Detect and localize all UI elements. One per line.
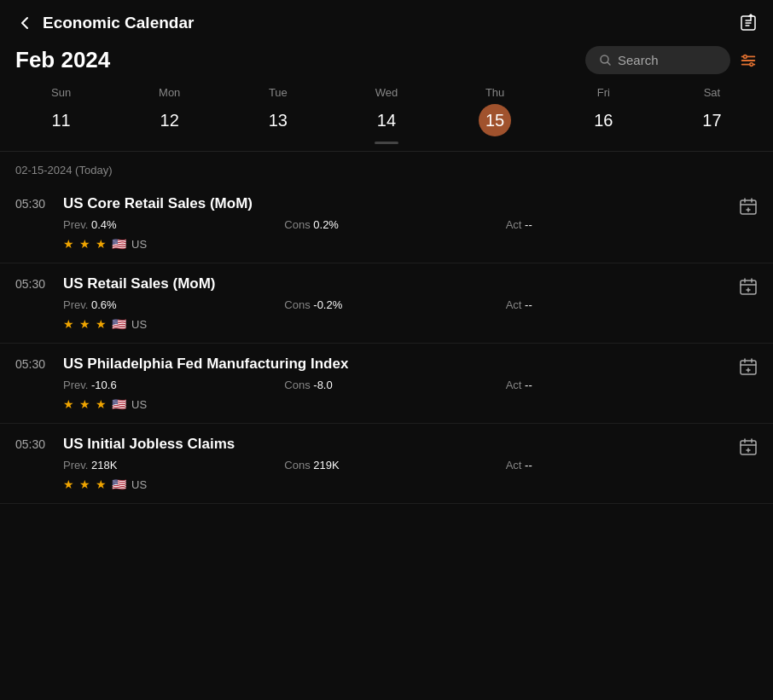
header: Economic Calendar bbox=[0, 0, 773, 43]
month-row: Feb 2024 Search bbox=[0, 43, 773, 83]
event-content: US Initial Jobless ClaimsPrev. 218KCons … bbox=[63, 436, 727, 491]
event-item[interactable]: 05:30US Initial Jobless ClaimsPrev. 218K… bbox=[0, 424, 773, 504]
day-name: Fri bbox=[597, 86, 610, 99]
back-icon bbox=[15, 14, 34, 32]
calendar-day[interactable]: Sat17 bbox=[658, 83, 766, 151]
calendar-add-icon bbox=[739, 357, 758, 376]
search-bar[interactable]: Search bbox=[585, 46, 730, 74]
day-name: Thu bbox=[485, 86, 504, 99]
day-num[interactable]: 13 bbox=[262, 104, 294, 136]
filter-button[interactable] bbox=[739, 51, 758, 70]
events-container: 05:30US Core Retail Sales (MoM)Prev. 0.4… bbox=[0, 183, 773, 504]
add-to-calendar-button[interactable] bbox=[739, 436, 758, 456]
day-name: Tue bbox=[269, 86, 288, 99]
star-icon: ★ bbox=[96, 397, 107, 411]
calendar-day[interactable]: Tue13 bbox=[224, 83, 332, 151]
event-title: US Core Retail Sales (MoM) bbox=[63, 195, 727, 212]
calendar-day[interactable]: Thu15 bbox=[441, 83, 549, 151]
day-num[interactable]: 14 bbox=[370, 104, 403, 136]
add-to-calendar-button[interactable] bbox=[739, 356, 758, 376]
month-label: Feb 2024 bbox=[15, 47, 110, 73]
svg-point-5 bbox=[744, 55, 747, 58]
event-cons: Cons -8.0 bbox=[284, 379, 505, 391]
star-icon: ★ bbox=[79, 317, 90, 331]
event-time: 05:30 bbox=[15, 436, 51, 451]
page-title: Economic Calendar bbox=[43, 14, 194, 32]
event-item[interactable]: 05:30US Core Retail Sales (MoM)Prev. 0.4… bbox=[0, 183, 773, 263]
event-stats: Prev. 218KCons 219KAct -- bbox=[63, 459, 727, 471]
event-meta: ★★★🇺🇸US bbox=[63, 477, 727, 491]
event-title: US Initial Jobless Claims bbox=[63, 436, 727, 453]
event-cons: Cons -0.2% bbox=[284, 298, 505, 311]
day-num[interactable]: 16 bbox=[587, 104, 619, 136]
event-title: US Retail Sales (MoM) bbox=[63, 275, 727, 292]
event-cons: Cons 0.2% bbox=[284, 218, 505, 231]
event-meta: ★★★🇺🇸US bbox=[63, 317, 727, 331]
share-button[interactable] bbox=[739, 14, 758, 32]
event-time: 05:30 bbox=[15, 195, 51, 211]
event-act: Act -- bbox=[506, 298, 727, 311]
calendar-add-icon bbox=[739, 277, 758, 296]
event-meta: ★★★🇺🇸US bbox=[63, 397, 727, 411]
event-act: Act -- bbox=[506, 218, 727, 231]
star-icon: ★ bbox=[63, 477, 74, 491]
star-icon: ★ bbox=[96, 237, 107, 251]
country-label: US bbox=[131, 478, 147, 491]
calendar-day[interactable]: Sun11 bbox=[7, 83, 115, 151]
event-prev: Prev. 0.4% bbox=[63, 218, 284, 231]
event-stats: Prev. 0.4%Cons 0.2%Act -- bbox=[63, 218, 727, 231]
day-num[interactable]: 11 bbox=[45, 104, 78, 136]
star-icon: ★ bbox=[79, 397, 90, 411]
event-stats: Prev. 0.6%Cons -0.2%Act -- bbox=[63, 298, 727, 311]
star-icon: ★ bbox=[63, 317, 74, 331]
filter-icon bbox=[739, 51, 758, 70]
country-flag: 🇺🇸 bbox=[112, 317, 126, 331]
country-flag: 🇺🇸 bbox=[112, 477, 126, 491]
star-icon: ★ bbox=[63, 237, 74, 251]
event-act: Act -- bbox=[506, 459, 727, 471]
day-name: Sun bbox=[51, 86, 71, 99]
star-icon: ★ bbox=[63, 397, 74, 411]
today-label: 02-15-2024 (Today) bbox=[0, 152, 773, 183]
add-to-calendar-button[interactable] bbox=[739, 275, 758, 296]
calendar-day[interactable]: Wed14 bbox=[332, 83, 440, 151]
star-icon: ★ bbox=[96, 477, 107, 491]
search-icon bbox=[599, 54, 612, 67]
event-time: 05:30 bbox=[15, 356, 51, 371]
event-stats: Prev. -10.6Cons -8.0Act -- bbox=[63, 379, 727, 391]
svg-point-6 bbox=[750, 62, 753, 66]
event-prev: Prev. 218K bbox=[63, 459, 284, 471]
event-meta: ★★★🇺🇸US bbox=[63, 237, 727, 251]
event-item[interactable]: 05:30US Philadelphia Fed Manufacturing I… bbox=[0, 344, 773, 424]
event-cons: Cons 219K bbox=[284, 459, 505, 471]
event-item[interactable]: 05:30US Retail Sales (MoM)Prev. 0.6%Cons… bbox=[0, 263, 773, 344]
add-to-calendar-button[interactable] bbox=[739, 195, 758, 216]
day-num-today[interactable]: 15 bbox=[479, 104, 511, 136]
calendar-day[interactable]: Fri16 bbox=[549, 83, 658, 151]
calendar-day[interactable]: Mon12 bbox=[115, 83, 224, 151]
country-flag: 🇺🇸 bbox=[112, 237, 126, 251]
calendar-add-icon bbox=[739, 197, 758, 216]
event-act: Act -- bbox=[506, 379, 727, 391]
country-label: US bbox=[131, 318, 147, 331]
event-time: 05:30 bbox=[15, 275, 51, 291]
month-controls: Search bbox=[585, 46, 758, 74]
day-name: Sat bbox=[704, 86, 721, 99]
country-flag: 🇺🇸 bbox=[112, 397, 126, 411]
day-name: Mon bbox=[159, 86, 180, 99]
event-title: US Philadelphia Fed Manufacturing Index bbox=[63, 356, 727, 373]
day-num[interactable]: 17 bbox=[695, 104, 728, 136]
star-icon: ★ bbox=[96, 317, 107, 331]
star-icon: ★ bbox=[79, 237, 90, 251]
back-button[interactable] bbox=[15, 14, 34, 32]
day-num[interactable]: 12 bbox=[154, 104, 186, 136]
event-prev: Prev. -10.6 bbox=[63, 379, 284, 391]
search-placeholder: Search bbox=[618, 53, 659, 67]
country-label: US bbox=[131, 398, 147, 411]
day-name: Wed bbox=[375, 86, 398, 99]
event-content: US Retail Sales (MoM)Prev. 0.6%Cons -0.2… bbox=[63, 275, 727, 331]
event-content: US Core Retail Sales (MoM)Prev. 0.4%Cons… bbox=[63, 195, 727, 251]
calendar-row: Sun11Mon12Tue13Wed14Thu15Fri16Sat17 bbox=[0, 83, 773, 151]
share-icon bbox=[739, 14, 758, 32]
star-icon: ★ bbox=[79, 477, 90, 491]
